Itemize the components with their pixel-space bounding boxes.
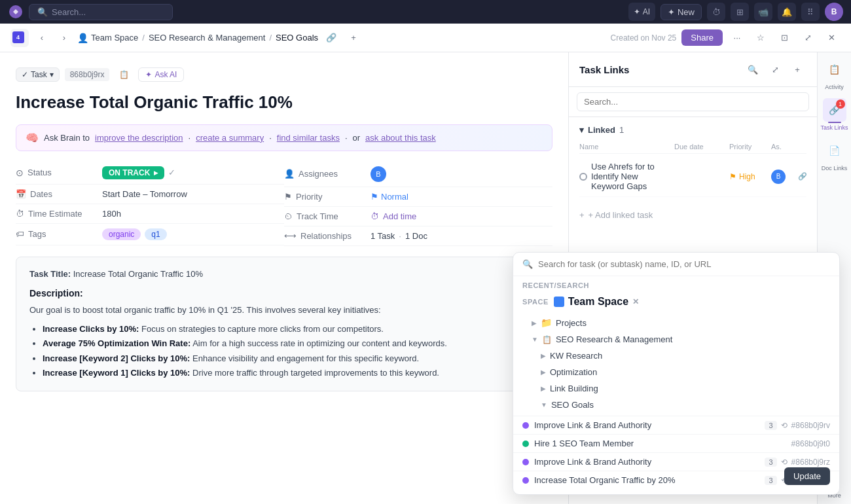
user-avatar[interactable]: B	[825, 3, 843, 21]
tags-label: 🏷 Tags	[16, 229, 94, 239]
close-icon[interactable]: ✕	[822, 29, 841, 47]
nav-back[interactable]: ‹	[33, 29, 51, 47]
brain-bar: 🧠 Ask Brain to improve the description ·…	[16, 124, 552, 151]
tree-item-projects[interactable]: ▶ 📁 Projects	[513, 314, 839, 331]
subtask-icon-3: ⟲	[781, 458, 788, 467]
task-links-actions: 🔍 ⤢ +	[744, 60, 806, 79]
ask-ai-button[interactable]: ✦ Ask AI	[138, 67, 184, 82]
assignees-value[interactable]: B	[371, 166, 386, 182]
copy-task-icon[interactable]: 📋	[115, 65, 133, 84]
add-link-icon[interactable]: +	[788, 60, 806, 79]
breadcrumb-team-space[interactable]: 👤 Team Space	[77, 33, 138, 43]
linked-status-dot	[579, 173, 587, 181]
grid-icon[interactable]: ⊞	[731, 3, 749, 21]
linked-task-link-icon[interactable]: 🔗	[793, 168, 812, 186]
tags-value: organic q1	[102, 228, 167, 240]
space-icon	[554, 297, 564, 307]
bell-icon[interactable]: 🔔	[778, 3, 796, 21]
brain-summary-link[interactable]: create a summary	[196, 133, 264, 143]
add-time-button[interactable]: Add time	[383, 211, 416, 221]
tree-item-optimization[interactable]: ▶ Optimization	[513, 364, 839, 380]
linked-assignee: B	[771, 170, 786, 184]
linked-header: ▾ Linked 1	[579, 125, 806, 135]
desc-list: Increase Clicks by 10%: Focus on strateg…	[29, 322, 539, 380]
desc-title-line: Task Title: Increase Total Organic Traff…	[29, 268, 539, 281]
dropdown-task-row-2[interactable]: Hire 1 SEO Team Member #868b0j9t0	[513, 434, 839, 452]
topbar-left: 🔍 Search...	[8, 4, 173, 20]
breadcrumb-bar: 4 ☰ ‹ › 👤 Team Space / SEO Research & Ma…	[0, 24, 851, 52]
breadcrumb-seo-goals[interactable]: SEO Goals	[276, 33, 318, 43]
brain-prompt-text: Ask Brain to	[44, 133, 90, 143]
search-dropdown-input-row: 🔍	[513, 253, 839, 276]
nav-forward[interactable]: ›	[55, 29, 73, 47]
search-links-icon[interactable]: 🔍	[744, 60, 762, 79]
time-estimate-value[interactable]: 180h	[102, 209, 121, 219]
task-links-icon-btn[interactable]: 🔗 1	[823, 98, 846, 122]
add-linked-task-row[interactable]: + + Add linked task	[569, 205, 817, 225]
status-label: ⊙ Status	[16, 168, 94, 178]
tree-item-kw-research[interactable]: ▶ KW Research	[513, 348, 839, 364]
chevron-down-icon: ▾	[50, 70, 54, 79]
dates-value[interactable]: Start Date – Tomorrow	[102, 189, 187, 199]
apps-icon[interactable]: ⠿	[801, 3, 820, 21]
task-title[interactable]: Increase Total Organic Traffic 10%	[16, 92, 552, 114]
recent-search-label: Recent/Search	[513, 276, 839, 292]
task-links-search-input[interactable]	[577, 92, 809, 111]
brain-ask-link[interactable]: ask about this task	[365, 133, 436, 143]
tree-arrow-optimization: ▶	[541, 369, 546, 376]
dropdown-task-row-1[interactable]: Improve Link & Brand Authority 3 ⟲ #868b…	[513, 416, 839, 434]
copy-link-icon[interactable]: 🔗	[322, 29, 340, 47]
space-name[interactable]: Team Space ✕	[554, 296, 639, 308]
tag-q1[interactable]: q1	[145, 228, 166, 240]
new-button[interactable]: ✦ New	[661, 4, 702, 20]
linked-priority: ⚑ High	[729, 172, 769, 181]
timer-icon[interactable]: ⏱	[707, 3, 725, 21]
check-mark[interactable]: ✓	[168, 168, 175, 177]
more-options-icon[interactable]: ···	[728, 29, 746, 47]
right-fields: 👤 Assignees B ⚑ Priority ⚑ Normal	[284, 162, 552, 246]
expand-icon[interactable]: ⤢	[799, 29, 817, 47]
breadcrumb-seo-research[interactable]: SEO Research & Management	[149, 33, 265, 43]
update-button[interactable]: Update	[784, 467, 830, 485]
status-badge: ON TRACK ▸	[102, 166, 164, 179]
tree-item-seo-research[interactable]: ▼ 📋 SEO Research & Management	[513, 331, 839, 348]
share-button[interactable]: Share	[681, 29, 723, 46]
tree-item-seo-goals[interactable]: ▼ SEO Goals	[513, 397, 839, 413]
space-label: SPACE	[522, 298, 549, 306]
tag-organic[interactable]: organic	[102, 228, 141, 240]
task-type-badge[interactable]: ✓ Task ▾	[16, 67, 60, 82]
task-row-left-4: Increase Total Organic Traffic by 20%	[522, 475, 676, 485]
track-time-value[interactable]: ⏱ Add time	[371, 211, 416, 221]
search-bar[interactable]: 🔍 Search...	[29, 4, 173, 20]
tree-item-link-building[interactable]: ▶ Link Building	[513, 380, 839, 397]
activity-icon-btn[interactable]: 📋	[823, 58, 846, 81]
relationships-value[interactable]: 1 Task · 1 Doc	[371, 231, 427, 241]
activity-label: Activity	[825, 84, 844, 90]
add-icon[interactable]: +	[344, 29, 363, 47]
activity-icon: 📋	[829, 64, 840, 75]
camera-icon[interactable]: 📹	[754, 3, 772, 21]
priority-value[interactable]: ⚑ Normal	[371, 192, 408, 202]
star-icon[interactable]: ☆	[751, 29, 770, 47]
bullet-1: Increase Clicks by 10%: Focus on strateg…	[43, 322, 539, 336]
topbar-right: ✦ AI ✦ New ⏱ ⊞ 📹 🔔 ⠿ B	[628, 3, 843, 21]
ai-button[interactable]: ✦ AI	[628, 3, 655, 21]
search-icon: 🔍	[37, 7, 48, 17]
brain-similar-link[interactable]: find similar tasks	[277, 133, 340, 143]
task-panel: ✓ Task ▾ 868b0j9rx 📋 ✦ Ask AI Increase T…	[0, 52, 568, 504]
assignees-field: 👤 Assignees B	[284, 162, 552, 187]
task-dot-2	[522, 441, 529, 447]
sidebar-toggle[interactable]: 4 ☰	[10, 29, 29, 47]
layout-icon[interactable]: ⊡	[775, 29, 793, 47]
expand-links-icon[interactable]: ⤢	[766, 60, 784, 79]
desc-para: Our goal is to boost total organic traff…	[29, 304, 539, 317]
doc-links-icon-btn[interactable]: 📄	[823, 139, 846, 162]
tree-arrow-link-building: ▶	[541, 385, 546, 392]
status-value[interactable]: ON TRACK ▸ ✓	[102, 166, 175, 179]
brain-improve-link[interactable]: improve the description	[95, 133, 183, 143]
relationships-field: ⟷ Relationships 1 Task · 1 Doc	[284, 226, 552, 246]
linked-task-name[interactable]: Use Ahrefs for to Identify New Keyword G…	[579, 162, 672, 191]
dropdown-search-input[interactable]	[538, 259, 830, 269]
new-label: New	[678, 7, 695, 17]
task-links-search	[569, 87, 817, 117]
